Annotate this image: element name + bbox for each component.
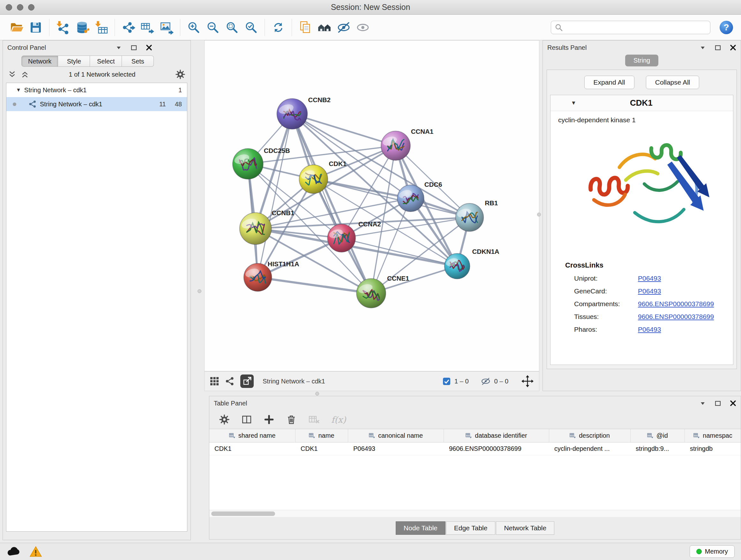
share-network-icon[interactable] — [225, 376, 234, 386]
network-edge[interactable] — [292, 114, 395, 146]
zoom-fit-button[interactable] — [222, 17, 242, 37]
tab-sets[interactable]: Sets — [122, 56, 154, 67]
crosslink-link[interactable]: 9606.ENSP00000378699 — [638, 313, 714, 320]
panel-menu-icon[interactable] — [116, 44, 122, 51]
network-node-CCNA2[interactable] — [327, 224, 355, 252]
close-window-button[interactable] — [6, 4, 12, 10]
panel-close-icon[interactable] — [730, 44, 736, 51]
column-header-name[interactable]: name — [295, 429, 348, 442]
panel-menu-icon[interactable] — [699, 44, 706, 51]
crosslink-link[interactable]: P06493 — [638, 326, 661, 333]
network-canvas[interactable]: CCNB2CCNA1CDC25BCDK1CDC6RB1CCNB1CCNA2CDK… — [204, 40, 539, 371]
network-node-CDK1[interactable] — [299, 165, 328, 193]
tab-network-table[interactable]: Network Table — [496, 521, 554, 535]
network-node-CCNB2[interactable] — [277, 99, 308, 129]
export-image-button[interactable] — [157, 17, 176, 37]
export-table-button[interactable] — [138, 17, 157, 37]
table-cell[interactable]: cyclin-dependent ... — [549, 442, 630, 455]
zoom-selected-button[interactable] — [242, 17, 261, 37]
network-edge[interactable] — [258, 277, 371, 294]
table-settings-gear-icon[interactable] — [219, 414, 230, 425]
import-table-file-button[interactable] — [91, 17, 111, 37]
panel-menu-icon[interactable] — [699, 400, 706, 407]
tab-string[interactable]: String — [625, 55, 658, 66]
horizontal-scrollbar[interactable] — [209, 510, 741, 517]
zoom-out-button[interactable] — [203, 17, 222, 37]
network-node-CDC6[interactable] — [397, 185, 424, 212]
search-input[interactable] — [551, 21, 711, 34]
memory-button[interactable]: Memory — [690, 545, 735, 558]
tree-expand-icon[interactable]: ▼ — [16, 87, 21, 93]
hide-selected-button[interactable] — [334, 17, 353, 37]
cloud-icon[interactable] — [6, 546, 21, 557]
column-header-shared-name[interactable]: shared name — [209, 429, 295, 442]
network-edge[interactable] — [258, 114, 292, 277]
table-cell[interactable]: CDK1 — [295, 442, 348, 455]
network-node-RB1[interactable] — [455, 203, 483, 232]
panel-splitter-handle[interactable] — [537, 212, 541, 216]
panel-close-icon[interactable] — [146, 44, 152, 51]
tab-select[interactable]: Select — [90, 56, 122, 67]
delete-column-trash-icon[interactable] — [286, 414, 297, 425]
expand-all-button[interactable]: Expand All — [584, 76, 634, 89]
gear-icon[interactable] — [175, 69, 185, 79]
import-network-file-button[interactable] — [53, 17, 72, 37]
network-row-selected[interactable]: String Network – cdk1 11 48 — [6, 97, 187, 111]
table-cell[interactable]: P06493 — [348, 442, 444, 455]
table-cell[interactable]: stringdb:9... — [630, 442, 685, 455]
column-header-description[interactable]: description — [549, 429, 630, 442]
warning-icon[interactable] — [29, 546, 42, 557]
crosslink-link[interactable]: P06493 — [638, 274, 661, 282]
save-session-button[interactable] — [26, 17, 45, 37]
panel-close-icon[interactable] — [730, 400, 736, 407]
import-network-database-button[interactable] — [72, 17, 91, 37]
hidden-eye-slash-icon[interactable] — [481, 377, 490, 386]
network-node-CDC25B[interactable] — [232, 148, 263, 179]
panel-float-icon[interactable] — [715, 400, 721, 407]
tab-node-table[interactable]: Node Table — [396, 521, 446, 535]
network-node-HIST1H1A[interactable] — [244, 263, 272, 292]
home-layout-button[interactable] — [315, 17, 334, 37]
add-column-icon[interactable] — [264, 414, 274, 425]
panel-float-icon[interactable] — [715, 45, 721, 51]
collapse-all-icon[interactable] — [8, 70, 16, 78]
expand-all-icon[interactable] — [21, 70, 29, 78]
network-node-CDKN1A[interactable] — [445, 253, 470, 279]
panel-splitter-handle[interactable] — [315, 392, 319, 395]
table-cell[interactable]: 9606.ENSP00000378699 — [444, 442, 549, 455]
column-header-canonical-name[interactable]: canonical name — [348, 429, 444, 442]
column-header-database-identifier[interactable]: database identifier — [444, 429, 549, 442]
network-collection-row[interactable]: ▼ String Network – cdk1 1 — [6, 83, 187, 97]
refresh-view-button[interactable] — [269, 17, 288, 37]
tab-style[interactable]: Style — [58, 56, 90, 67]
tab-edge-table[interactable]: Edge Table — [446, 521, 495, 535]
minimize-window-button[interactable] — [17, 4, 23, 10]
table-cell[interactable]: CDK1 — [209, 442, 295, 455]
network-view[interactable]: CCNB2CCNA1CDC25BCDK1CDC6RB1CCNB1CCNA2CDK… — [205, 41, 539, 371]
column-header-namespac[interactable]: namespac — [685, 429, 741, 442]
open-in-new-window-button[interactable] — [240, 374, 254, 388]
network-node-CCNB1[interactable] — [240, 212, 272, 245]
crosslink-link[interactable]: 9606.ENSP00000378699 — [638, 300, 714, 308]
show-columns-icon[interactable] — [241, 414, 252, 425]
crosslink-link[interactable]: P06493 — [638, 287, 661, 295]
tab-network[interactable]: Network — [21, 56, 58, 67]
collapse-all-button[interactable]: Collapse All — [646, 76, 699, 89]
network-node-CCNE1[interactable] — [356, 279, 386, 308]
panel-float-icon[interactable] — [131, 45, 137, 51]
scrollbar-thumb[interactable] — [211, 511, 275, 516]
pan-move-icon[interactable] — [521, 375, 534, 388]
selected-checkbox-icon[interactable] — [443, 377, 451, 385]
birds-eye-grid-icon[interactable] — [210, 376, 219, 386]
gene-collapse-icon[interactable]: ▼ — [571, 100, 576, 106]
table-row[interactable]: CDK1CDK1P064939606.ENSP00000378699cyclin… — [209, 442, 741, 455]
zoom-window-button[interactable] — [28, 4, 35, 10]
panel-splitter-handle[interactable] — [198, 289, 201, 293]
table-cell[interactable]: stringdb — [685, 442, 741, 455]
open-session-button[interactable] — [7, 17, 26, 37]
export-network-button[interactable] — [119, 17, 138, 37]
network-edge[interactable] — [292, 114, 371, 294]
show-hidden-button[interactable] — [353, 17, 373, 37]
copy-document-button[interactable] — [296, 17, 315, 37]
network-node-CCNA1[interactable] — [381, 131, 410, 160]
